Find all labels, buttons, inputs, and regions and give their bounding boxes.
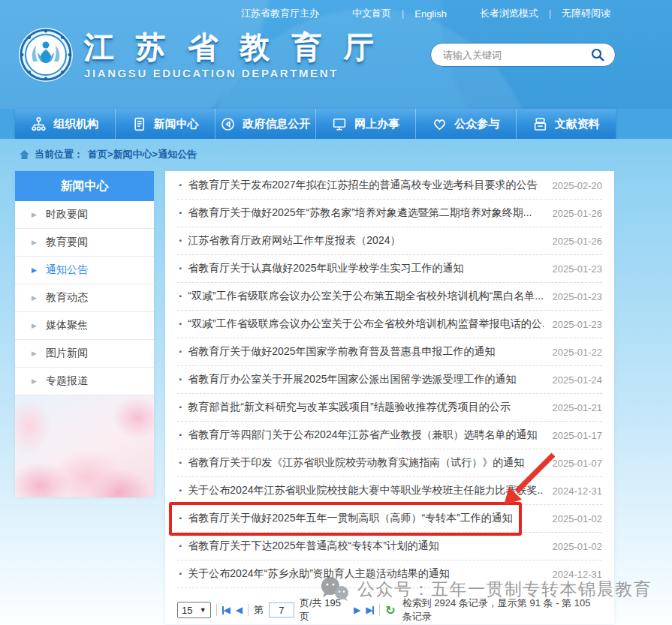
news-doc-icon — [131, 116, 147, 132]
news-link[interactable]: 省教育厅关于下达2025年普通高校“专转本”计划的通知 — [188, 539, 543, 553]
first-page-button[interactable]: ◀ — [222, 605, 231, 615]
nav-item-2[interactable]: 政府信息公开 — [215, 109, 315, 139]
news-date: 2025-01-02 — [553, 513, 603, 524]
topbar-link-4[interactable]: 无障碍阅读 — [562, 7, 610, 20]
divider: | — [402, 8, 404, 19]
sidebar-item-4[interactable]: ▶媒体聚焦 — [15, 312, 154, 340]
news-row: ·省教育厅关于做好2025年“苏教名家”培养对象遴选暨第二期培养对象终期...2… — [177, 200, 602, 227]
next-page-button[interactable]: ▶ — [354, 605, 360, 615]
nav-item-1[interactable]: 新闻中心 — [115, 109, 215, 139]
breadcrumb-path[interactable]: 首页>新闻中心>通知公告 — [88, 148, 197, 161]
triangle-right-icon: ▶ — [32, 211, 37, 218]
last-page-button[interactable]: ▶ — [366, 605, 374, 615]
news-link[interactable]: 省教育厅关于做好2025年国家学前教育普及普惠县申报工作的通知 — [188, 345, 543, 359]
bullet-icon: · — [179, 373, 182, 386]
news-link[interactable]: 省教育厅关于发布2027年拟在江苏招生的普通高校专业选考科目要求的公告 — [188, 179, 543, 192]
news-date: 2025-01-24 — [553, 374, 603, 386]
news-row: ·“双减”工作省级联席会议办公室关于公布全省校外培训机构监督举报电话的公...2… — [177, 311, 602, 338]
bullet-icon: · — [179, 401, 182, 414]
nav-item-3[interactable]: 网上办事 — [315, 109, 416, 139]
refresh-icon[interactable]: ↻ — [385, 603, 395, 617]
prev-page-button[interactable]: ◀ — [236, 605, 243, 615]
divider — [248, 604, 249, 616]
sidebar-item-6[interactable]: ▶专题报道 — [15, 368, 154, 395]
page-size-select[interactable]: 15 ▼ — [177, 602, 211, 618]
news-link[interactable]: 关于公布2024年“苏乡永助”资助育人主题活动结果的通知 — [188, 567, 543, 581]
nav-item-5[interactable]: 文献资料 — [516, 109, 616, 139]
sidebar-item-5[interactable]: ▶图片新闻 — [15, 340, 154, 368]
news-date: 2025-02-20 — [553, 180, 603, 191]
bullet-icon: · — [179, 345, 182, 359]
bullet-icon: · — [179, 290, 182, 303]
info-disclosure-icon — [220, 116, 236, 132]
search-icon[interactable] — [589, 47, 606, 63]
sidebar-title: 新闻中心 — [15, 171, 154, 201]
nav-item-0[interactable]: 组织机构 — [15, 109, 115, 139]
news-date: 2025-01-02 — [553, 541, 603, 552]
triangle-right-icon: ▶ — [32, 377, 37, 385]
news-link[interactable]: 省教育厅关于做好2025年五年一贯制高职（高师）“专转本”工作的通知 — [188, 512, 543, 525]
bullet-icon: · — [179, 262, 182, 275]
sidebar-item-3[interactable]: ▶教育动态 — [15, 284, 154, 312]
news-link[interactable]: 江苏省教育厅政府网站工作年度报表（2024） — [188, 234, 543, 248]
search-input[interactable] — [443, 50, 589, 61]
nav-item-4[interactable]: 公众参与 — [415, 109, 516, 139]
monitor-icon — [331, 116, 348, 132]
news-date: 2025-01-26 — [553, 236, 603, 247]
bullet-icon: · — [179, 512, 182, 525]
divider — [216, 604, 217, 616]
nav-item-label: 公众参与 — [454, 117, 499, 131]
sidebar-item-2[interactable]: ▶通知公告 — [15, 257, 154, 284]
bullet-icon: · — [179, 317, 182, 331]
bullet-icon: · — [179, 206, 182, 220]
page-number-input[interactable] — [269, 602, 294, 617]
site-logo-block[interactable]: 江 苏 省 教 育 厅 JIANGSU EDUCATION DEPARTMENT — [18, 27, 381, 83]
nav-item-label: 网上办事 — [354, 117, 399, 131]
site-header: 江苏省教育厅主办中文首页|English长者浏览模式|无障碍阅读 江 苏 省 教… — [0, 0, 672, 109]
news-row: ·省教育厅关于做好2025年国家学前教育普及普惠县申报工作的通知2025-01-… — [177, 338, 602, 366]
breadcrumb: 当前位置： 首页>新闻中心>通知公告 — [19, 148, 197, 161]
page-size-value: 15 — [182, 605, 192, 616]
news-row: ·省教育厅关于下达2025年普通高校“专转本”计划的通知2025-01-02 — [177, 533, 602, 560]
sidebar-item-label: 教育动态 — [46, 291, 88, 305]
news-link[interactable]: “双减”工作省级联席会议办公室关于公布第五期全省校外培训机构“黑白名单... — [188, 290, 543, 303]
site-title: 江 苏 省 教 育 厅 — [84, 31, 381, 64]
heart-icon — [432, 116, 447, 132]
news-link[interactable]: “双减”工作省级联席会议办公室关于公布全省校外培训机构监督举报电话的公... — [188, 317, 543, 331]
sidebar-item-label: 通知公告 — [46, 263, 88, 277]
topbar-link-0[interactable]: 江苏省教育厅主办 — [241, 7, 319, 20]
nav-item-label: 文献资料 — [555, 117, 600, 131]
sidebar-item-0[interactable]: ▶时政要闻 — [15, 201, 154, 229]
topbar-link-3[interactable]: 长者浏览模式 — [480, 7, 538, 20]
news-row: ·省教育厅关于做好2025年五年一贯制高职（高师）“专转本”工作的通知2025-… — [177, 505, 602, 533]
sidebar-item-label: 时政要闻 — [46, 208, 88, 221]
triangle-right-icon: ▶ — [32, 266, 37, 274]
divider: | — [549, 8, 551, 19]
news-row: ·省教育厅关于认真做好2025年职业学校学生实习工作的通知2025-01-23 — [177, 255, 602, 283]
news-link[interactable]: 省教育厅关于做好2025年“苏教名家”培养对象遴选暨第二期培养对象终期... — [188, 206, 543, 220]
sidebar-item-label: 专题报道 — [46, 374, 88, 388]
page-suffix: 页/共 195 页 — [300, 596, 348, 623]
triangle-right-icon: ▶ — [32, 350, 37, 357]
nav-item-label: 组织机构 — [53, 117, 98, 131]
breadcrumb-label: 当前位置： — [35, 148, 83, 161]
news-link[interactable]: 教育部首批“新文科研究与改革实践项目”结题验收推荐优秀项目的公示 — [188, 401, 543, 414]
topbar-link-2[interactable]: English — [414, 8, 447, 20]
triangle-right-icon: ▶ — [32, 322, 37, 329]
sidebar-item-1[interactable]: ▶教育要闻 — [15, 229, 154, 257]
sidebar-news-center: 新闻中心 ▶时政要闻▶教育要闻▶通知公告▶教育动态▶媒体聚焦▶图片新闻▶专题报道 — [15, 171, 154, 497]
bullet-icon: · — [179, 539, 182, 553]
news-link[interactable]: 省教育厅办公室关于开展2025年国家公派出国留学选派受理工作的通知 — [188, 373, 543, 386]
sidebar-item-label: 媒体聚焦 — [46, 319, 88, 332]
news-row: ·省教育厅关于发布2027年拟在江苏招生的普通高校专业选考科目要求的公告2025… — [177, 172, 602, 200]
chevron-down-icon: ▼ — [200, 606, 206, 614]
news-link[interactable]: 省教育厅等四部门关于公布2024年江苏省产业教授（兼职）选聘名单的通知 — [188, 428, 543, 442]
news-date: 2025-01-23 — [553, 319, 603, 330]
topbar-link-1[interactable]: 中文首页 — [352, 7, 391, 20]
news-date: 2024-12-31 — [553, 485, 603, 497]
news-row: ·省教育厅关于印发《江苏省职业院校劳动教育实施指南（试行）》的通知2025-01… — [177, 449, 602, 477]
news-link[interactable]: 省教育厅关于印发《江苏省职业院校劳动教育实施指南（试行）》的通知 — [188, 456, 543, 470]
news-link[interactable]: 省教育厅关于认真做好2025年职业学校学生实习工作的通知 — [188, 262, 543, 275]
news-link[interactable]: 关于公布2024年江苏省职业院校技能大赛中等职业学校班主任能力比赛获奖... — [188, 484, 543, 497]
news-date: 2025-01-07 — [553, 458, 603, 469]
